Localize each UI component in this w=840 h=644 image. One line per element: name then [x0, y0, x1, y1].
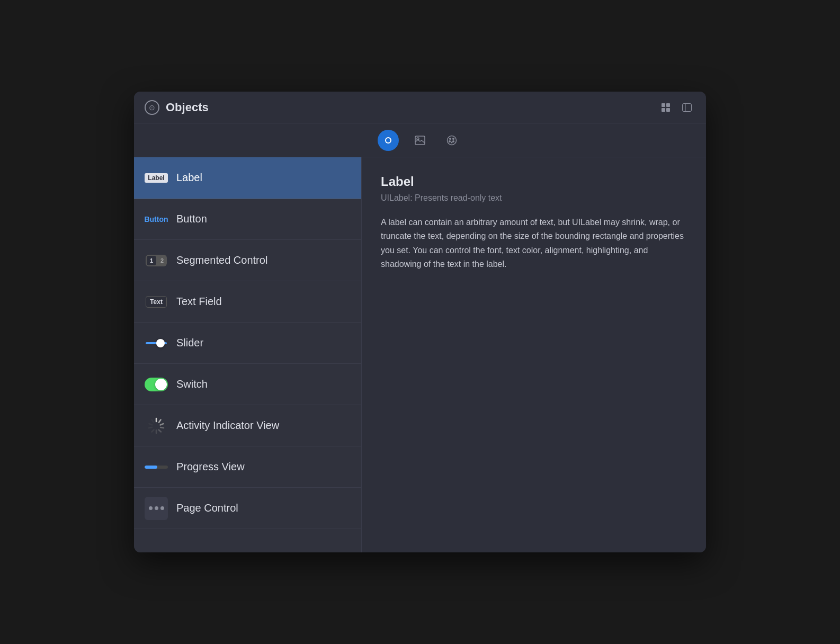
sidebar-icon — [682, 103, 692, 112]
switch-item-icon — [145, 373, 168, 396]
seg-badge: 1 2 — [146, 255, 167, 266]
sidebar-item-activity[interactable]: Activity Indicator View — [134, 405, 361, 446]
titlebar-left: ⊙ Objects — [145, 100, 209, 115]
window-title: Objects — [166, 101, 209, 114]
svg-point-11 — [452, 140, 454, 142]
label-item-icon: Label — [145, 166, 168, 190]
titlebar: ⊙ Objects — [134, 92, 706, 123]
palette-icon — [446, 135, 458, 146]
main-window: ⊙ Objects — [134, 92, 706, 552]
sidebar-item-label[interactable]: Label Label — [134, 157, 361, 199]
colors-tab[interactable] — [441, 130, 462, 151]
detail-subtitle: UILabel: Presents read-only text — [381, 193, 687, 203]
media-tab[interactable] — [409, 130, 431, 151]
slider-item-icon — [145, 332, 168, 355]
sidebar-item-pagecontrol[interactable]: Page Control — [134, 488, 361, 529]
detail-title: Label — [381, 174, 687, 189]
switch-icon — [145, 378, 168, 391]
svg-point-7 — [448, 136, 457, 145]
segmented-item-icon: 1 2 — [145, 249, 168, 272]
page-control-icon — [145, 497, 168, 520]
activity-item-text: Activity Indicator View — [176, 419, 279, 432]
svg-line-21 — [149, 424, 153, 425]
grid-icon — [662, 103, 670, 112]
text-badge: Text — [146, 296, 167, 308]
detail-panel: Label UILabel: Presents read-only text A… — [362, 157, 706, 552]
textfield-item-text: Text Field — [176, 296, 222, 308]
sidebar-item-progress[interactable]: Progress View — [134, 446, 361, 488]
sidebar-item-segmented[interactable]: 1 2 Segmented Control — [134, 240, 361, 281]
titlebar-right — [657, 100, 695, 115]
progress-icon — [145, 466, 168, 469]
segmented-item-text: Segmented Control — [176, 254, 267, 266]
svg-rect-0 — [683, 103, 692, 111]
main-content: Label Label Button Button 1 2 S — [134, 157, 706, 552]
activity-icon — [147, 416, 166, 435]
sidebar-item-slider[interactable]: Slider — [134, 323, 361, 364]
sidebar-item-button[interactable]: Button Button — [134, 199, 361, 240]
button-badge: Button — [144, 215, 168, 223]
svg-line-14 — [159, 419, 161, 422]
label-badge: Label — [145, 173, 167, 183]
svg-point-12 — [451, 141, 453, 143]
activity-item-icon — [145, 414, 168, 437]
sidebar-toggle-button[interactable] — [678, 100, 695, 115]
svg-point-10 — [449, 140, 451, 142]
svg-point-4 — [386, 138, 390, 142]
slider-icon — [146, 340, 167, 346]
svg-line-19 — [152, 430, 154, 432]
svg-point-8 — [449, 138, 451, 140]
label-item-text: Label — [176, 172, 202, 184]
button-item-icon: Button — [145, 208, 168, 231]
sidebar-item-switch[interactable]: Switch — [134, 364, 361, 405]
pagecontrol-item-icon — [145, 497, 168, 520]
cube-icon — [382, 135, 394, 146]
svg-line-22 — [152, 419, 154, 422]
progress-item-text: Progress View — [176, 461, 245, 473]
sidebar-item-textfield[interactable]: Text Text Field — [134, 281, 361, 323]
svg-line-20 — [149, 427, 152, 428]
image-icon — [414, 135, 426, 146]
detail-description: A label can contain an arbitrary amount … — [381, 216, 687, 272]
switch-item-text: Switch — [176, 378, 208, 390]
svg-line-17 — [159, 430, 162, 432]
svg-line-16 — [160, 427, 164, 428]
svg-point-9 — [452, 138, 454, 140]
sidebar: Label Label Button Button 1 2 S — [134, 157, 362, 552]
toolbar — [134, 123, 706, 157]
svg-line-15 — [160, 424, 164, 425]
progress-item-icon — [145, 455, 168, 479]
textfield-item-icon: Text — [145, 290, 168, 314]
button-item-text: Button — [176, 213, 207, 225]
pagecontrol-item-text: Page Control — [176, 502, 238, 514]
title-icon: ⊙ — [145, 100, 159, 115]
objects-tab[interactable] — [378, 130, 399, 151]
grid-view-button[interactable] — [657, 100, 674, 115]
slider-item-text: Slider — [176, 337, 203, 349]
